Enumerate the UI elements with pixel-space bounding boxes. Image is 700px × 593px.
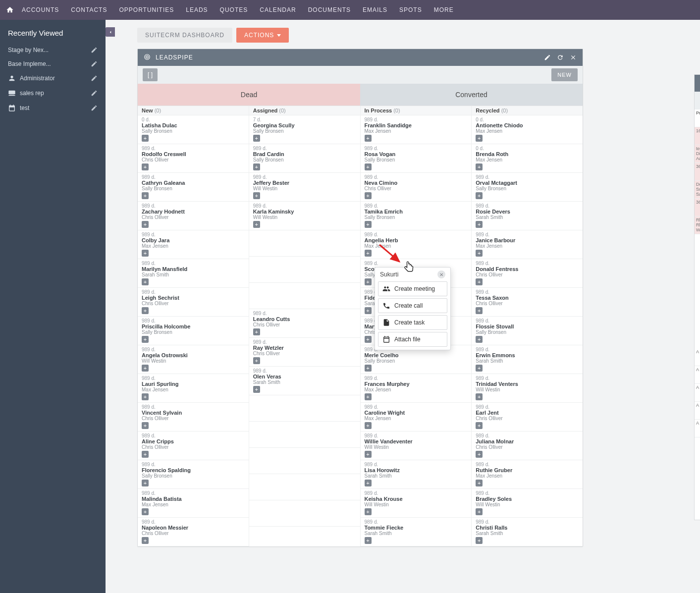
lead-card[interactable] (249, 257, 360, 283)
card-add-icon[interactable]: + (365, 135, 372, 142)
lead-card[interactable]: 989 d. Keisha Krouse Will Westin + (361, 489, 472, 518)
lead-card[interactable]: 989 d. Angela Ostrowski Will Westin + (138, 345, 249, 374)
card-add-icon[interactable]: + (365, 537, 372, 544)
refresh-icon[interactable] (557, 54, 564, 61)
lead-card[interactable]: 989 d. Trinidad Venters Will Westin + (472, 374, 583, 403)
actions-dropdown[interactable]: ACTIONS (236, 28, 289, 43)
lead-card[interactable]: 989 d. Lauri Spurling Max Jensen + (138, 374, 249, 403)
lead-card[interactable] (249, 500, 360, 527)
nav-accounts[interactable]: ACCOUNTS (16, 0, 65, 20)
sidebar-item[interactable]: test (0, 101, 106, 115)
create-meeting-button[interactable]: Create meeting (378, 281, 447, 296)
card-add-icon[interactable]: + (476, 393, 483, 400)
lead-card[interactable]: 989 d. Karla Kaminsky Will Westin + (249, 202, 360, 230)
create-call-button[interactable]: Create call (378, 298, 447, 313)
card-add-icon[interactable]: + (365, 508, 372, 515)
card-add-icon[interactable]: + (476, 537, 483, 544)
sidebar-item[interactable]: Base Impleme... (0, 57, 106, 71)
edit-icon[interactable] (91, 90, 98, 97)
card-add-icon[interactable]: + (253, 192, 260, 199)
lead-card[interactable]: 989 d. Lisa Horowitz Sarah Smith + (361, 460, 472, 489)
lead-card[interactable] (249, 230, 360, 257)
card-add-icon[interactable]: + (476, 192, 483, 199)
card-add-icon[interactable]: + (365, 192, 372, 199)
edit-icon[interactable] (91, 75, 98, 82)
card-add-icon[interactable]: + (253, 135, 260, 142)
lead-card[interactable]: 989 d. Tessa Saxon Chris Olliver + (472, 288, 583, 317)
nav-more[interactable]: MORE (428, 0, 460, 20)
nav-emails[interactable]: EMAILS (357, 0, 393, 20)
card-add-icon[interactable]: + (253, 163, 260, 170)
card-add-icon[interactable]: + (365, 307, 372, 314)
lead-card[interactable] (249, 448, 360, 474)
nav-documents[interactable]: DOCUMENTS (302, 0, 357, 20)
lead-card[interactable]: 989 d. Aline Cripps Chris Olliver + (138, 431, 249, 460)
card-add-icon[interactable]: + (365, 480, 372, 486)
lead-card[interactable]: 989 d. Earl Jent Chris Olliver + (472, 403, 583, 431)
lead-card[interactable]: 989 d. Christi Ralls Sarah Smith + (472, 518, 583, 546)
lead-card[interactable]: 989 d. Napoleon Messier Chris Olliver + (138, 518, 249, 546)
lead-card[interactable]: 989 d. Donald Fentress Chris Olliver + (472, 259, 583, 288)
lead-card[interactable] (249, 422, 360, 448)
card-add-icon[interactable]: + (142, 278, 149, 285)
sidebar-item[interactable]: Stage by Nex... (0, 43, 106, 57)
card-add-icon[interactable]: + (476, 422, 483, 429)
lead-card[interactable]: 989 d. Olen Veras Sarah Smith + (249, 367, 360, 395)
card-add-icon[interactable]: + (365, 336, 372, 343)
lead-card[interactable]: 989 d. Zachary Hodnett Chris Olliver + (138, 202, 249, 230)
card-add-icon[interactable]: + (142, 307, 149, 314)
lead-card[interactable]: 989 d. Cathryn Galeana Sally Bronsen + (138, 173, 249, 202)
card-add-icon[interactable]: + (476, 250, 483, 257)
lead-card[interactable]: 989 d. Florencio Spalding Sally Bronsen … (138, 460, 249, 489)
card-add-icon[interactable]: + (476, 336, 483, 343)
bracket-button[interactable]: [ ] (143, 68, 158, 81)
card-add-icon[interactable]: + (476, 480, 483, 486)
card-add-icon[interactable]: + (365, 163, 372, 170)
card-add-icon[interactable]: + (142, 336, 149, 343)
lead-card[interactable]: 989 d. Marilyn Mansfield Sarah Smith + (138, 259, 249, 288)
lead-card[interactable]: 989 d. Neva Cimino Chris Olliver + (361, 173, 472, 202)
lead-card[interactable]: 989 d. Erwin Emmons Sarah Smith + (472, 345, 583, 374)
sidebar-item[interactable]: Administrator (0, 71, 106, 86)
lead-card[interactable]: 989 d. Brad Cardin Sally Bronsen + (249, 144, 360, 173)
card-add-icon[interactable]: + (365, 422, 372, 429)
sidebar-item[interactable]: sales rep (0, 86, 106, 101)
card-add-icon[interactable]: + (142, 422, 149, 429)
card-add-icon[interactable]: + (476, 307, 483, 314)
create-task-button[interactable]: Create task (378, 315, 447, 330)
card-add-icon[interactable]: + (253, 357, 260, 364)
lead-card[interactable] (249, 283, 360, 309)
edit-icon[interactable] (91, 47, 98, 54)
card-add-icon[interactable]: + (253, 221, 260, 228)
lead-card[interactable]: 989 d. Juliana Molnar Chris Olliver + (472, 431, 583, 460)
lead-card[interactable]: 989 d. Rodolfo Creswell Chris Olliver + (138, 144, 249, 173)
edit-icon[interactable] (91, 60, 98, 67)
card-add-icon[interactable]: + (476, 163, 483, 170)
lead-card[interactable]: 0 d. Brenda Roth Max Jensen + (472, 144, 583, 173)
tab-suitecrm-dashboard[interactable]: SUITECRM DASHBOARD (137, 28, 232, 43)
card-add-icon[interactable]: + (142, 365, 149, 372)
lead-card[interactable]: 989 d. Rosa Vogan Sally Bronsen + (361, 144, 472, 173)
card-add-icon[interactable]: + (365, 250, 372, 257)
card-add-icon[interactable]: + (142, 451, 149, 458)
lead-card[interactable]: 989 d. Jeffery Bester Will Westin + (249, 173, 360, 202)
card-add-icon[interactable]: + (142, 221, 149, 228)
card-add-icon[interactable]: + (365, 221, 372, 228)
lead-card[interactable]: 989 d. Willie Vandeventer Will Westin + (361, 431, 472, 460)
lead-card[interactable]: 989 d. Tamika Emrich Sally Bronsen + (361, 202, 472, 230)
card-add-icon[interactable]: + (365, 393, 372, 400)
card-add-icon[interactable]: + (142, 135, 149, 142)
nav-quotes[interactable]: QUOTES (214, 0, 254, 20)
lead-card[interactable] (249, 395, 360, 422)
nav-leads[interactable]: LEADS (180, 0, 214, 20)
nav-calendar[interactable]: CALENDAR (254, 0, 302, 20)
lead-card[interactable]: 989 d. Malinda Batista Max Jensen + (138, 489, 249, 518)
lead-card[interactable]: 989 d. Frances Murphey Max Jensen + (361, 374, 472, 403)
lead-card[interactable]: 7 d. Georgina Scully Sally Bronsen + (249, 115, 360, 144)
lead-card[interactable]: 0 d. Latisha Dulac Sally Bronsen + (138, 115, 249, 144)
lead-card[interactable]: 989 d. Franklin Sandidge Max Jensen + (361, 115, 472, 144)
lead-card[interactable]: 989 d. Ruthie Gruber Max Jensen + (472, 460, 583, 489)
card-add-icon[interactable]: + (142, 480, 149, 486)
close-icon[interactable] (570, 54, 577, 61)
card-add-icon[interactable]: + (253, 328, 260, 335)
